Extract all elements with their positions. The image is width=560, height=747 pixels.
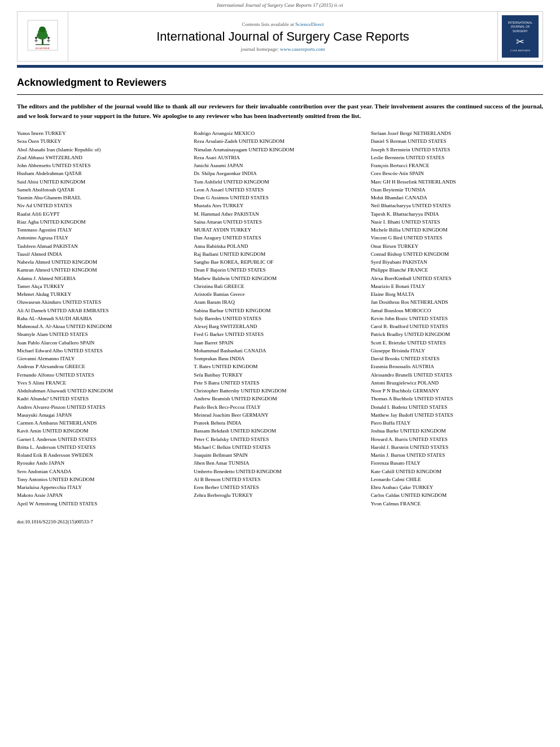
list-item: Ebru Arabacı Çakır TURKEY xyxy=(371,483,543,491)
list-item: Sangho Bae KOREA, REPUBLIC OF xyxy=(194,258,366,266)
list-item: Kevin John Bozic UNITED STATES xyxy=(371,314,543,322)
list-item: Marialuisa Appetecchia ITALY xyxy=(17,483,189,491)
science-direct-line: Contents lists available at ScienceDirec… xyxy=(242,21,324,27)
elsevier-tree-icon: ELSEVIER xyxy=(27,20,58,51)
list-item: Harold J. Burstein UNITED STATES xyxy=(371,443,543,451)
list-item: Scott E. Brietzke UNITED STATES xyxy=(371,339,543,347)
list-item: Carmen A Ambarus NETHERLANDS xyxy=(17,419,189,427)
list-item: Jamal Bouslous MOROCCO xyxy=(371,307,543,314)
list-item: Donald I. Budenz UNITED STATES xyxy=(371,403,543,411)
list-item: Tapesh K. Bhattacharyya INDIA xyxy=(371,210,543,218)
list-item: Zehra Berberoglu TURKEY xyxy=(194,491,366,499)
list-item: Carol R. Bradford UNITED STATES xyxy=(371,322,543,330)
journal-title: International Journal of Surgery Case Re… xyxy=(156,29,409,44)
list-item: Matthew Jay Budoff UNITED STATES xyxy=(371,411,543,419)
elsevier-logo-panel: ELSEVIER xyxy=(18,12,68,61)
list-item: Raha AL-Ahmadi SAUDI ARABIA xyxy=(17,314,189,322)
journal-cover: INTERNATIONALJOURNAL OFSURGERY ✂ CASE RE… xyxy=(502,15,539,58)
homepage-link[interactable]: www.casereports.com xyxy=(280,46,325,52)
list-item: Ali Al Dameh UNITED ARAB EMIRATES xyxy=(17,307,189,314)
list-item: Jan Dositheus Bos NETHERLANDS xyxy=(371,298,543,306)
list-item: Eren Berber UNITED STATES xyxy=(194,483,366,491)
journal-info-panel: Contents lists available at ScienceDirec… xyxy=(68,12,497,61)
science-direct-link[interactable]: ScienceDirect xyxy=(295,21,323,27)
list-item: Joaquim Bellmunt SPAIN xyxy=(194,451,366,459)
list-item: Al B Benson UNITED STATES xyxy=(194,475,366,483)
list-item: Nimalan Arumainayagam UNITED KINGDOM xyxy=(194,146,366,154)
elsevier-logo: ELSEVIER xyxy=(27,20,58,53)
list-item: Yvon Calmus FRANCE xyxy=(371,500,543,508)
list-item: Mohammad Bashashati CANADA xyxy=(194,347,366,355)
list-item: Juan Barret SPAIN xyxy=(194,339,366,347)
list-item: Garnet I. Anderson UNITED STATES xyxy=(17,435,189,443)
list-item: Onur Birsen TURKEY xyxy=(371,242,543,250)
list-item: Tamer Akça TURKEY xyxy=(17,282,189,290)
list-item: Fred G Barker UNITED STATES xyxy=(194,330,366,338)
list-item: Fiorenza Busato ITALY xyxy=(371,459,543,467)
list-item: Mehmet Akdag TURKEY xyxy=(17,290,189,298)
list-item: Tashfeen Ahmad PAKISTAN xyxy=(17,242,189,250)
list-item: Aristotle Bamias Greece xyxy=(194,290,366,298)
list-item: Leonardo Calmi CHILE xyxy=(371,475,543,483)
citation-text: International Journal of Surgery Case Re… xyxy=(217,2,343,8)
cover-title: INTERNATIONALJOURNAL OFSURGERY xyxy=(508,21,533,33)
list-item: Abol Abasahi Iran (Islamic Republic of) xyxy=(17,146,189,154)
list-item: Ziad Abbassi SWITZERLAND xyxy=(17,154,189,161)
list-item: Fernando Alfonso UNITED STATES xyxy=(17,371,189,379)
scissors-icon: ✂ xyxy=(516,36,524,48)
list-item: Nasir I. Bhatti UNITED STATES xyxy=(371,218,543,226)
list-item: Riaz Agha UNITED KINGDOM xyxy=(17,218,189,226)
list-item: Dean F Bajorin UNITED STATES xyxy=(194,266,366,274)
list-item: Christopher Battersby UNITED KINGDOM xyxy=(194,387,366,395)
list-item: Raj Badiani UNITED KINGDOM xyxy=(194,250,366,258)
list-item: MURAT AYDIN TURKEY xyxy=(194,226,366,234)
list-item: Reza Asari AUSTRIA xyxy=(194,154,366,161)
list-item: Paolo Beck Becı-Peccoz ITALY xyxy=(194,403,366,411)
list-item: Rodrigo Arrangoiz MEXICO xyxy=(194,129,366,137)
list-item: Sero Andonian CANADA xyxy=(17,468,189,475)
list-item: Erasmia Broussalis AUSTRIA xyxy=(371,362,543,370)
list-item: T. Bates UNITED KINGDOM xyxy=(194,362,366,370)
list-item: Mahmoud A. Al-Akraa UNITED KINGDOM xyxy=(17,322,189,330)
list-item: Giovanni Alemanno ITALY xyxy=(17,355,189,362)
list-item: Patrick Bradley UNITED KINGDOM xyxy=(371,330,543,338)
list-item: Giuseppe Brisinda ITALY xyxy=(371,347,543,355)
list-item: Daniel S Berman UNITED STATES xyxy=(371,137,543,145)
list-item: Adamu J. Ahmed NIGERIA xyxy=(17,274,189,282)
list-item: Reza Arsalani-Zadeh UNITED KINGDOM xyxy=(194,137,366,145)
list-item: Raafat Afifi EGYPT xyxy=(17,210,189,218)
svg-point-7 xyxy=(35,37,37,39)
list-item: Britta L. Anderson UNITED STATES xyxy=(17,443,189,451)
list-item: Syed Biyabani PAKISTAN xyxy=(371,258,543,266)
list-item: Neil Bhattacharyya UNITED STATES xyxy=(371,202,543,209)
list-item: Andreas P Alexandrou GREECE xyxy=(17,362,189,370)
svg-text:ELSEVIER: ELSEVIER xyxy=(35,47,50,50)
list-item: Umberto Benedetto UNITED KINGDOM xyxy=(194,468,366,475)
list-item: Leslie Bernstein UNITED STATES xyxy=(371,154,543,161)
list-item: Stefaan Jozef Bergé NETHERLANDS xyxy=(371,129,543,137)
list-item: Thomas A Buchholz UNITED STATES xyxy=(371,395,543,403)
page-title: Acknowledgment to Reviewers xyxy=(17,77,543,89)
list-item: Pete S Batra UNITED STATES xyxy=(194,379,366,387)
list-item: Vincent G Bird UNITED STATES xyxy=(371,234,543,242)
list-item: David Brooks UNITED STATES xyxy=(371,355,543,362)
list-item: Dean G Assimos UNITED STATES xyxy=(194,194,366,202)
doi-text: doi:10.1016/S2210-2612(15)00533-7 xyxy=(17,519,93,525)
list-item: Alessandro Brunelli UNITED STATES xyxy=(371,371,543,379)
journal-homepage: journal homepage: www.casereports.com xyxy=(241,46,325,52)
list-item: M. Hammad Ather PAKISTAN xyxy=(194,210,366,218)
list-item: Andrew Beamish UNITED KINGDOM xyxy=(194,395,366,403)
list-item: Bassam Bekdash UNITED KINGDOM xyxy=(194,427,366,435)
main-content: Acknowledgment to Reviewers The editors … xyxy=(17,68,543,530)
list-item: Dan Azagury UNITED STATES xyxy=(194,234,366,242)
name-col-1: Yunus İmren TURKEYSeza Özen TURKEYAbol A… xyxy=(17,129,194,508)
list-item: Yunus İmren TURKEY xyxy=(17,129,189,137)
list-item: Carlos Caldas UNITED KINGDOM xyxy=(371,491,543,499)
list-item: John Abbensetts UNITED STATES xyxy=(17,161,189,169)
list-item: Tommaso Agostini ITALY xyxy=(17,226,189,234)
list-item: Michael C Belkin UNITED STATES xyxy=(194,443,366,451)
list-item: Husham Abdelrahman QATAR xyxy=(17,169,189,177)
list-item: Somprakas Basu INDIA xyxy=(194,355,366,362)
name-col-2: Rodrigo Arrangoiz MEXICOReza Arsalani-Za… xyxy=(194,129,370,508)
doi-line: doi:10.1016/S2210-2612(15)00533-7 xyxy=(17,519,543,530)
